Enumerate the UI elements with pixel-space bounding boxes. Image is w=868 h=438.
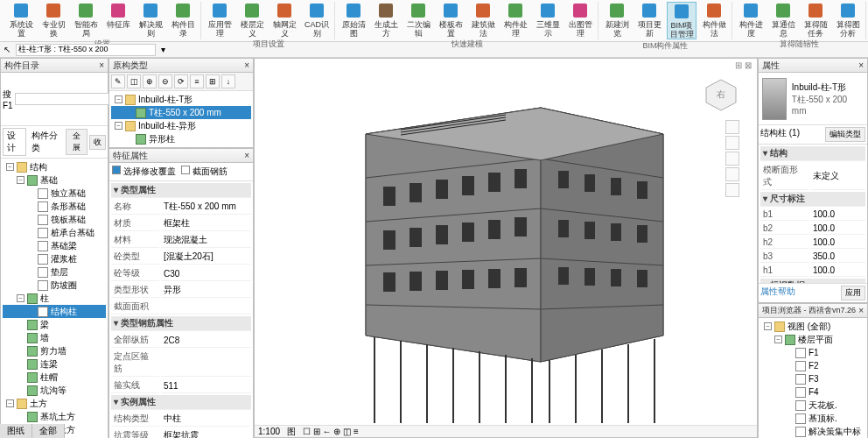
search-input[interactable] xyxy=(15,93,115,105)
apply-button[interactable]: 应用 xyxy=(841,286,865,300)
property-row[interactable]: b2100.0 xyxy=(760,223,865,235)
close-icon[interactable]: × xyxy=(858,60,864,70)
tool-button[interactable]: ⟳ xyxy=(174,74,188,88)
component-tree[interactable]: −结构−基础独立基础条形基础筏板基础桩承台基础基础梁灌浆桩垫层防坡圈−柱结构柱梁… xyxy=(1,159,108,438)
bottom-tabs[interactable]: 图纸 全部 xyxy=(0,424,65,438)
property-row[interactable]: 类型形状异形 xyxy=(111,283,251,298)
tool-button[interactable]: ⊖ xyxy=(158,74,172,88)
tab-drawings[interactable]: 图纸 xyxy=(0,424,32,438)
ribbon-button[interactable]: 生成土方 xyxy=(371,2,401,38)
ribbon-button[interactable]: 专业切换 xyxy=(38,2,68,38)
tab-category[interactable]: 构件分类 xyxy=(28,129,64,155)
filter-rebar[interactable]: 截面钢筋 xyxy=(181,166,228,178)
tree-node[interactable]: 基坑土方 xyxy=(3,410,106,423)
tree-node[interactable]: 剪力墙 xyxy=(3,344,106,357)
tree-node[interactable]: 垫层 xyxy=(3,265,106,279)
ribbon-button[interactable]: 算得随任务 xyxy=(801,2,830,38)
property-row[interactable]: h2100.0 xyxy=(760,237,865,249)
tree-node[interactable]: F2 xyxy=(760,359,865,372)
tree-node[interactable]: −基础 xyxy=(3,173,106,187)
dropdown-icon[interactable]: ▾ xyxy=(161,45,165,54)
tree-node[interactable]: 筏板基础 xyxy=(3,213,106,226)
tool-button[interactable]: ◫ xyxy=(127,74,141,88)
property-row[interactable]: ▾ 尺寸标注 xyxy=(760,192,865,207)
property-row[interactable]: ▾ 实例属性 xyxy=(111,395,251,410)
view-tools[interactable] xyxy=(725,120,739,197)
property-row[interactable]: 结构类型中柱 xyxy=(111,412,251,427)
ribbon-button[interactable]: 特征库 xyxy=(103,2,133,38)
property-table[interactable]: ▾ 类型属性名称T柱-550 x 200 mm材质框架柱材料现浇混凝土砼类型[混… xyxy=(109,181,253,438)
property-row[interactable]: ▾ 类型钢筋属性 xyxy=(111,316,251,331)
vp-btn[interactable]: 图 xyxy=(287,426,296,438)
collapse-button[interactable]: 收 xyxy=(89,135,106,150)
tree-node[interactable]: 梁 xyxy=(3,318,106,331)
ribbon-button[interactable]: 构件目录 xyxy=(168,2,198,38)
tree-node[interactable]: F4 xyxy=(760,385,865,399)
property-row[interactable]: 全部纵筋2C8 xyxy=(111,333,251,348)
property-row[interactable]: 砼等级C30 xyxy=(111,266,251,281)
ribbon-button[interactable]: 算通信息 xyxy=(768,2,798,38)
ribbon-button[interactable]: 三维显示 xyxy=(533,2,563,38)
tab-all[interactable]: 全部 xyxy=(32,424,65,438)
scale-label[interactable]: 1:100 xyxy=(258,427,280,436)
ribbon-button[interactable]: 二次编辑 xyxy=(403,2,433,38)
ribbon-button[interactable]: 项目更新 xyxy=(634,2,664,39)
property-row[interactable]: 材质框架柱 xyxy=(111,216,251,231)
tool-button[interactable]: ⊕ xyxy=(143,74,157,88)
vtool-icon[interactable] xyxy=(725,152,739,166)
selection-input[interactable] xyxy=(16,44,156,56)
tree-node[interactable]: 防坡圈 xyxy=(3,279,106,292)
expand-all-button[interactable]: 全展 xyxy=(66,129,88,155)
property-row[interactable]: b3350.0 xyxy=(760,251,865,263)
property-row[interactable]: 截面面积 xyxy=(111,300,251,314)
tree-node[interactable]: 灌浆桩 xyxy=(3,252,106,265)
ribbon-button[interactable]: 新建浏览 xyxy=(602,2,632,39)
type-thumbnail[interactable]: Inbuild-柱-T形 T柱-550 x 200 mm xyxy=(759,73,867,125)
tree-node[interactable]: 独立基础 xyxy=(3,187,106,200)
tree-node[interactable]: 墙 xyxy=(3,331,106,344)
tool-button[interactable]: ⊞ xyxy=(206,74,220,88)
tree-node[interactable]: −视图 (全部) xyxy=(760,320,865,333)
tree-node[interactable]: 基顶标. xyxy=(760,412,865,425)
property-row[interactable]: ▾ 类型属性 xyxy=(111,183,251,198)
property-row[interactable]: 抗震等级框架抗震 xyxy=(111,428,251,438)
property-row[interactable]: ▾ 结构 xyxy=(760,146,865,161)
ribbon-button[interactable]: 解决规则 xyxy=(136,2,165,38)
ribbon-button[interactable]: CAD识别 xyxy=(302,2,332,38)
edit-type-button[interactable]: 编辑类型 xyxy=(825,127,865,142)
tree-node[interactable]: 异形柱 xyxy=(111,132,251,145)
properties-table[interactable]: ▾ 结构模断面形式未定义▾ 尺寸标注b1100.0b2100.0h2100.0b… xyxy=(759,145,867,283)
tool-button[interactable]: ✎ xyxy=(111,74,125,88)
tab-design[interactable]: 设计 xyxy=(3,128,26,156)
ribbon-button[interactable]: 应用管理 xyxy=(205,2,234,38)
vtool-icon[interactable] xyxy=(725,183,739,197)
filter-override[interactable]: 选择修改覆盖 xyxy=(112,166,176,178)
ribbon-button[interactable]: 楼板布置 xyxy=(436,2,466,38)
property-row[interactable]: 定点区箍筋 xyxy=(111,350,251,377)
tree-node[interactable]: −结构 xyxy=(3,160,106,173)
tree-node[interactable]: 连梁 xyxy=(3,357,106,371)
close-icon[interactable]: × xyxy=(858,306,864,315)
property-row[interactable]: b1100.0 xyxy=(760,208,865,221)
property-row[interactable]: 箍实线511 xyxy=(111,378,251,393)
vtool-icon[interactable] xyxy=(725,167,739,181)
tree-node[interactable]: −土方 xyxy=(3,397,106,410)
tree-node[interactable]: F1 xyxy=(760,346,865,359)
ribbon-button[interactable]: 构件做法 xyxy=(699,2,729,39)
selection-count[interactable]: 结构柱 (1) xyxy=(760,127,800,142)
tree-node[interactable]: 坑沟等 xyxy=(3,384,106,397)
tree-node[interactable]: F3 xyxy=(760,372,865,385)
tree-node[interactable]: −Inbuild-柱-T形 xyxy=(111,93,251,106)
property-row[interactable]: 模断面形式未定义 xyxy=(760,163,865,190)
property-row[interactable]: 砼类型[混凝土20石] xyxy=(111,250,251,265)
ribbon-button[interactable]: 构件处理 xyxy=(500,2,530,38)
close-icon[interactable]: × xyxy=(244,60,249,70)
ribbon-button[interactable]: 轴网定义 xyxy=(270,2,299,38)
tool-button[interactable]: ↓ xyxy=(221,74,235,88)
tree-node[interactable]: T柱-550 x 200 mm xyxy=(111,106,251,119)
tree-node[interactable]: 条形基础 xyxy=(3,200,106,213)
ribbon-button[interactable]: 构件进度 xyxy=(736,2,766,38)
project-browser-tree[interactable]: −视图 (全部)−楼层平面F1F2F3F4天花板.基顶标.解决策集中标−三维视图… xyxy=(759,318,867,438)
tree-node[interactable]: 基础梁 xyxy=(3,239,106,252)
ribbon-button[interactable]: BIM项目管理 xyxy=(667,2,696,39)
